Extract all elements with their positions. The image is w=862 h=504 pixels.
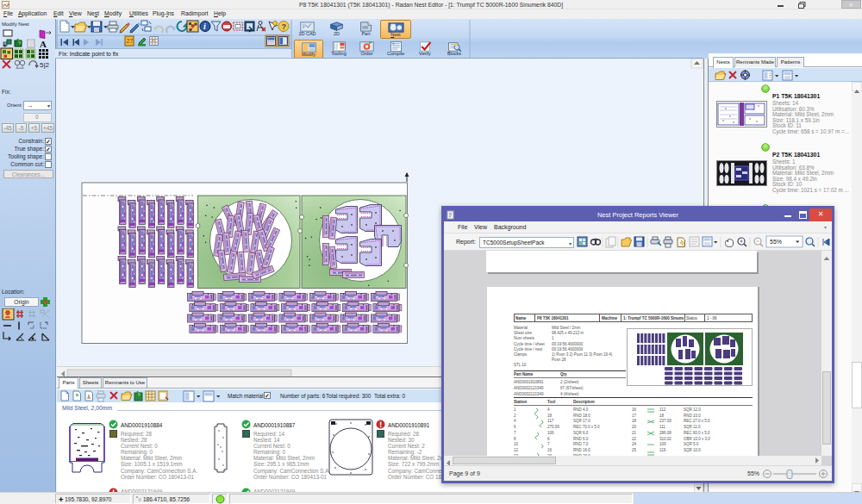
svg-text:?: ? [282,22,287,31]
svg-text:55%: 55% [770,239,782,245]
svg-text:i: i [203,22,206,31]
svg-text:27: 27 [127,38,134,44]
svg-text:5|2: 5|2 [40,61,50,69]
svg-text:A: A [40,39,47,49]
